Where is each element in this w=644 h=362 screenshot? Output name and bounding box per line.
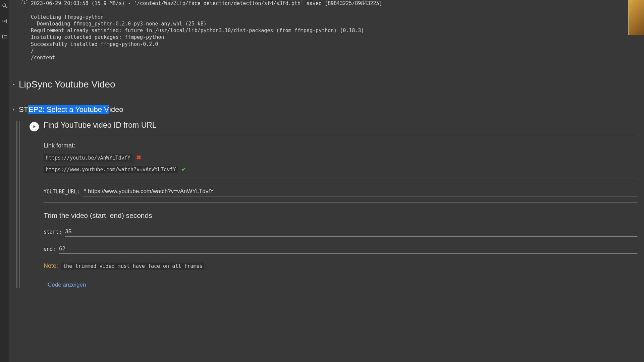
divider bbox=[44, 136, 637, 136]
cell-exec-count: [1] bbox=[21, 0, 28, 5]
note-label: Note: bbox=[44, 262, 58, 269]
form-cell: Find YouTube video ID from URL Link form… bbox=[16, 121, 644, 288]
youtube-url-input-wrap[interactable]: " bbox=[83, 187, 637, 196]
left-sidebar bbox=[0, 0, 9, 362]
youtube-url-row: YOUTUBE_URL: " bbox=[44, 187, 637, 196]
cell-border-inner bbox=[19, 121, 20, 288]
section-title: LipSync Youtube Video bbox=[19, 79, 115, 90]
cross-icon: ✖ bbox=[136, 154, 141, 161]
youtube-url-input[interactable] bbox=[88, 188, 637, 195]
start-label: start: bbox=[44, 229, 62, 235]
thumbnail-preview bbox=[628, 0, 644, 35]
chevron-down-icon bbox=[11, 82, 16, 87]
run-cell-button[interactable] bbox=[30, 122, 39, 131]
end-input-wrap[interactable] bbox=[59, 244, 637, 254]
good-url-row: https://www.youtube.com/watch?v=vAnWYLTd… bbox=[44, 166, 637, 173]
link-format-label: Link format: bbox=[44, 142, 637, 149]
start-input[interactable] bbox=[65, 228, 637, 235]
cell-output: 2023-06-29 20:03:58 (15.9 MB/s) - '/cont… bbox=[9, 0, 644, 61]
show-code-link[interactable]: Code anzeigen bbox=[48, 282, 86, 288]
bad-url-row: https://youtu.be/vAnWYLTdvfY ✖ bbox=[44, 154, 637, 161]
bad-url-code: https://youtu.be/vAnWYLTdvfY bbox=[44, 154, 132, 162]
end-input[interactable] bbox=[59, 245, 637, 252]
svg-line-1 bbox=[5, 6, 7, 8]
start-row: start: bbox=[44, 227, 637, 237]
step2-title-prefix: ST bbox=[19, 105, 28, 114]
svg-point-0 bbox=[3, 4, 6, 7]
end-label: end: bbox=[44, 246, 56, 252]
start-input-wrap[interactable] bbox=[65, 227, 637, 237]
cell-body: Find YouTube video ID from URL Link form… bbox=[44, 121, 644, 288]
section-step2-header[interactable]: STEP2: Select a Youtube Video bbox=[9, 103, 644, 116]
step2-title: STEP2: Select a Youtube Video bbox=[19, 105, 123, 114]
check-icon: ✔ bbox=[181, 167, 186, 172]
cell-border-outer bbox=[16, 121, 17, 288]
chevron-right-icon bbox=[11, 107, 16, 112]
open-quote: " bbox=[83, 188, 87, 195]
note-text: the trimmed video must have face on all … bbox=[61, 262, 204, 270]
youtube-url-label: YOUTUBE_URL: bbox=[44, 189, 80, 195]
step2-title-suffix: ideo bbox=[109, 105, 123, 114]
cell-title: Find YouTube video ID from URL bbox=[44, 121, 637, 130]
search-icon[interactable] bbox=[2, 3, 8, 9]
variables-icon[interactable] bbox=[2, 18, 8, 24]
note-row: Note: the trimmed video must have face o… bbox=[44, 262, 637, 269]
step2-title-selection: EP2: Select a Youtube V bbox=[28, 105, 109, 114]
folder-icon[interactable] bbox=[2, 34, 8, 40]
section-lipsync-header[interactable]: LipSync Youtube Video bbox=[9, 77, 644, 92]
end-row: end: bbox=[44, 244, 637, 254]
main-content: [1] 2023-06-29 20:03:58 (15.9 MB/s) - '/… bbox=[9, 0, 644, 362]
trim-label: Trim the video (start, end) seconds bbox=[44, 212, 637, 220]
divider bbox=[44, 202, 637, 203]
good-url-code: https://www.youtube.com/watch?v=vAnWYLTd… bbox=[44, 166, 178, 173]
divider bbox=[44, 179, 637, 179]
